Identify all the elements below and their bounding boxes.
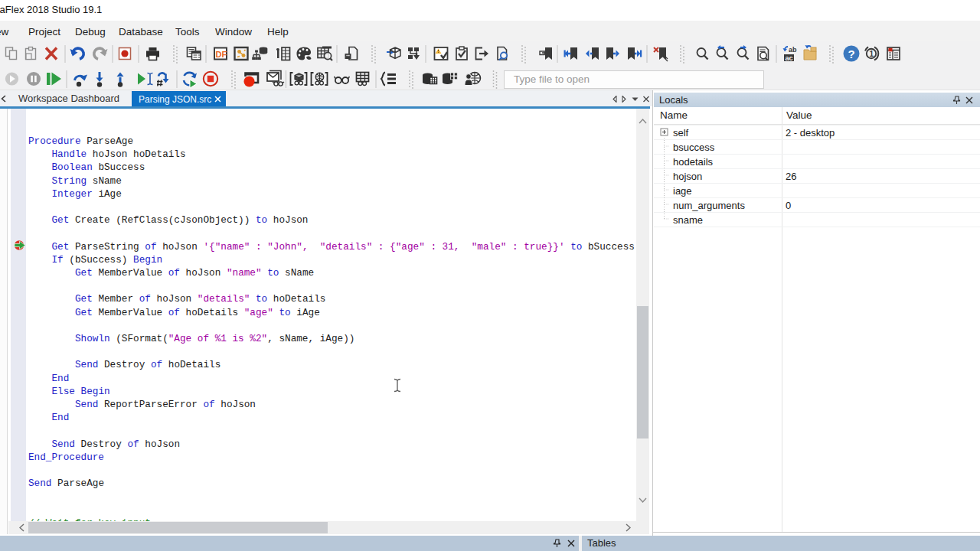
svg-text:ab: ab xyxy=(789,46,797,54)
svg-text:ac: ac xyxy=(786,54,793,62)
svg-text:1: 1 xyxy=(870,50,874,58)
svg-text:?: ? xyxy=(848,47,855,60)
svg-text:DF: DF xyxy=(216,50,227,59)
svg-text:Type file to open: Type file to open xyxy=(514,73,590,85)
